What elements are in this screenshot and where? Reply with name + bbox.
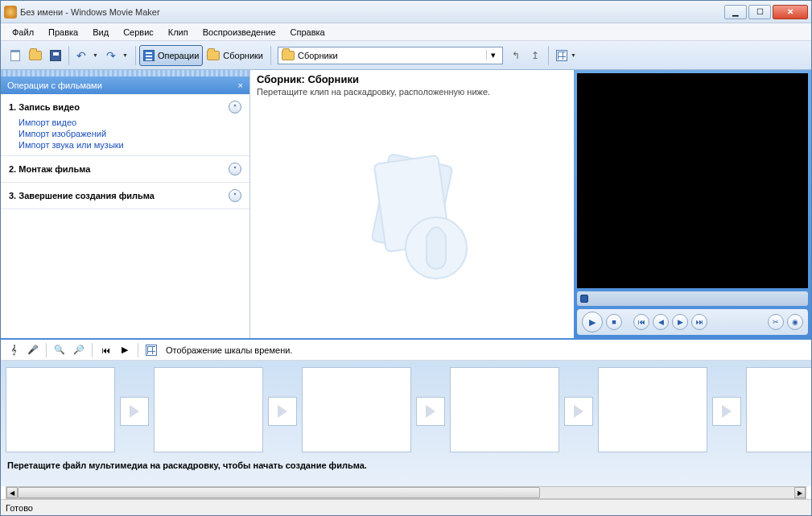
scroll-left-arrow[interactable]: ◀ [6,487,18,498]
split-clip-button[interactable]: ✂ [768,314,784,330]
tasks-label: Операции [158,51,199,60]
nav-up-icon: ↥ [531,50,539,61]
toolbar-separator [138,343,138,357]
task-link-import-audio[interactable]: Импорт звука или музыки [19,139,241,151]
menu-play[interactable]: Воспроизведение [196,26,282,39]
preview-pane: ▶ ■ ⏮ ◀ ▶ ⏭ ✂ ◉ [574,70,811,338]
menu-service[interactable]: Сервис [117,26,160,39]
app-icon [4,6,17,19]
step-back-button[interactable]: ◀ [653,314,669,330]
view-mode-button[interactable]: ▼ [552,45,580,66]
prev-clip-button[interactable]: ⏮ [633,314,649,330]
storyboard-icon [146,345,157,356]
tasks-pane: Операции с фильмами × 1. Запись видео ˄ … [1,70,250,338]
nav-back-button[interactable]: ↰ [506,45,526,66]
play-button[interactable]: ▶ [582,312,603,332]
new-project-button[interactable] [6,45,25,66]
redo-button[interactable]: ▼ [102,45,132,66]
storyboard-clip-slot[interactable] [598,367,707,452]
seek-thumb[interactable] [580,295,588,303]
menu-file[interactable]: Файл [6,26,40,39]
storyboard-transition-slot[interactable] [712,397,741,426]
main-area: Операции с фильмами × 1. Запись видео ˄ … [1,70,811,338]
app-window: Без имени - Windows Movie Maker Файл Пра… [0,0,812,516]
menu-help[interactable]: Справка [284,26,332,39]
task-section-num: 1. [9,102,16,112]
task-section-header[interactable]: 2. Монтаж фильма ˅ [9,161,241,177]
tasks-pane-close-icon[interactable]: × [238,80,243,90]
zoom-out-icon: 🔎 [73,345,84,355]
undo-icon [76,49,89,62]
tasks-toggle-button[interactable]: Операции [139,45,203,66]
chevron-down-icon[interactable]: ˅ [229,189,241,202]
step-forward-button[interactable]: ▶ [672,314,688,330]
storyboard-transition-slot[interactable] [120,397,149,426]
scroll-thumb[interactable] [18,487,540,498]
stop-button[interactable]: ■ [606,314,622,330]
chevron-up-icon[interactable]: ˄ [229,101,241,114]
maximize-button[interactable] [748,5,771,19]
menu-view[interactable]: Вид [86,26,115,39]
horizontal-scrollbar[interactable]: ◀ ▶ [6,486,806,499]
storyboard-clip-slot[interactable] [450,367,559,452]
zoom-out-button[interactable]: 🔎 [71,342,87,358]
folder-open-icon [29,51,42,60]
undo-button[interactable]: ▼ [72,45,102,66]
storyboard-strip [6,367,806,456]
folder-icon [207,51,220,60]
menu-edit[interactable]: Правка [42,26,84,39]
set-audio-levels-button[interactable]: 𝄞 [6,342,22,358]
rewind-button[interactable]: ⏮ [97,342,113,358]
next-clip-button[interactable]: ⏭ [691,314,707,330]
toolbar-separator [548,46,549,65]
window-title: Без имени - Windows Movie Maker [20,7,724,17]
open-button[interactable] [25,45,46,66]
task-links-capture: Импорт видео Импорт изображений Импорт з… [9,115,241,151]
collection-hint: Перетащите клип на раскадровку, располож… [257,87,567,97]
narrate-button[interactable]: 🎤 [25,342,41,358]
chevron-down-icon[interactable]: ˅ [229,163,241,175]
storyboard-transition-slot[interactable] [564,397,593,426]
seek-bar[interactable] [577,291,808,306]
task-section-finish: 3. Завершение создания фильма ˅ [1,183,249,209]
collection-title: Сборник: Сборники [257,73,567,85]
toggle-view-button[interactable] [143,342,159,358]
zoom-in-button[interactable]: 🔍 [52,342,68,358]
redo-icon [106,49,119,62]
toolbar-separator [92,343,93,357]
toolbar-separator [68,46,69,65]
task-section-title: Запись видео [19,102,80,112]
timeline-toolbar: 𝄞 🎤 🔍 🔎 ⏮ ▶ Отображение шкалы времени. [1,340,811,361]
task-section-header[interactable]: 1. Запись видео ˄ [9,99,241,115]
save-button[interactable] [46,45,65,66]
close-button[interactable] [773,5,808,19]
task-section-num: 3. [9,191,16,200]
tasks-pane-header: Операции с фильмами × [1,76,249,94]
new-icon [10,50,20,61]
toolbar-separator [270,46,271,65]
scroll-right-arrow[interactable]: ▶ [794,487,806,498]
menu-clip[interactable]: Клип [162,26,195,39]
storyboard[interactable]: Перетащите файл мультимедиа на раскадров… [1,361,811,486]
task-section-capture: 1. Запись видео ˄ Импорт видео Импорт из… [1,94,249,156]
task-section-edit: 2. Монтаж фильма ˅ [1,156,249,183]
take-photo-button[interactable]: ◉ [787,314,803,330]
timeline-view-label[interactable]: Отображение шкалы времени. [166,345,292,355]
storyboard-clip-slot[interactable] [746,367,811,452]
task-link-import-video[interactable]: Импорт видео [19,117,241,128]
storyboard-transition-slot[interactable] [268,397,297,426]
task-section-header[interactable]: 3. Завершение создания фильма ˅ [9,188,241,204]
collections-toggle-button[interactable]: Сборники [203,45,267,66]
statusbar: Готово [1,499,811,515]
storyboard-clip-slot[interactable] [302,367,411,452]
nav-up-button[interactable]: ↥ [526,45,545,66]
storyboard-transition-slot[interactable] [416,397,445,426]
play-timeline-button[interactable]: ▶ [117,342,133,358]
minimize-button[interactable] [724,5,747,19]
task-link-import-images[interactable]: Импорт изображений [19,128,241,139]
storyboard-clip-slot[interactable] [154,367,263,452]
preview-video-area[interactable] [577,73,808,288]
storyboard-clip-slot[interactable] [6,367,115,452]
dropdown-arrow-icon[interactable]: ▾ [486,50,499,60]
collection-dropdown[interactable]: Сборники ▾ [278,47,503,64]
